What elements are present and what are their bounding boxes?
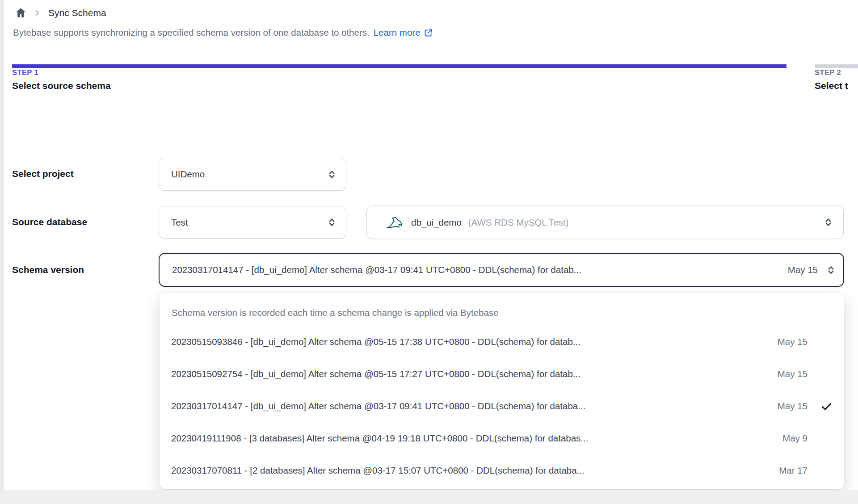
schema-version-option[interactable]: 20230515092754 - [db_ui_demo] Alter sche…: [160, 358, 844, 390]
check-icon: [808, 400, 833, 412]
dropdown-hint: Schema version is recorded each time a s…: [160, 300, 844, 326]
updown-chevron-icon: [826, 265, 836, 275]
schema-version-option[interactable]: 20230419111908 - [3 databases] Alter sch…: [160, 422, 844, 454]
schema-version-option[interactable]: 20230515093846 - [db_ui_demo] Alter sche…: [160, 326, 844, 358]
environment-select-value: Test: [171, 217, 327, 228]
updown-chevron-icon: [327, 169, 337, 180]
option-text: 20230317014147 - [db_ui_demo] Alter sche…: [171, 401, 769, 412]
environment-select[interactable]: Test: [159, 206, 346, 239]
step-1-header: STEP 1 Select source schema: [12, 68, 111, 91]
step-1-title: Select source schema: [12, 80, 111, 91]
select-project-label: Select project: [12, 168, 74, 179]
option-date: May 15: [778, 336, 808, 347]
step-2-label: STEP 2: [815, 68, 848, 77]
option-date: May 9: [782, 433, 808, 444]
external-link-icon: [424, 28, 433, 38]
breadcrumb: Sync Schema: [15, 7, 106, 19]
option-date: May 15: [778, 369, 808, 379]
intro-sentence: Bytebase supports synchronizing a specif…: [13, 27, 370, 38]
project-select-value: UIDemo: [171, 169, 327, 180]
database-select-annotation: (AWS RDS MySQL Test): [468, 217, 569, 228]
intro-text: Bytebase supports synchronizing a specif…: [13, 27, 433, 38]
mysql-dolphin-icon: [386, 215, 403, 230]
home-icon[interactable]: [15, 7, 27, 19]
source-database-label: Source database: [12, 217, 87, 227]
schema-version-select-value: 20230317014147 - [db_ui_demo] Alter sche…: [172, 265, 781, 275]
step-2-header: STEP 2 Select t: [815, 68, 848, 91]
step1-progress-bar: [12, 64, 786, 68]
schema-version-select[interactable]: 20230317014147 - [db_ui_demo] Alter sche…: [159, 253, 844, 287]
page-bottom-background: [0, 490, 858, 504]
learn-more-link[interactable]: Learn more: [374, 27, 433, 38]
database-select-value: db_ui_demo: [411, 217, 462, 228]
option-text: 20230515093846 - [db_ui_demo] Alter sche…: [171, 336, 769, 347]
left-edge-divider: [0, 0, 4, 504]
option-date: Mar 17: [779, 465, 808, 476]
option-text: 20230515092754 - [db_ui_demo] Alter sche…: [171, 369, 769, 379]
database-select[interactable]: db_ui_demo (AWS RDS MySQL Test): [366, 206, 844, 239]
schema-version-option-selected[interactable]: 20230317014147 - [db_ui_demo] Alter sche…: [160, 390, 844, 422]
schema-version-select-date: May 15: [788, 265, 818, 275]
schema-version-label: Schema version: [12, 265, 84, 275]
option-text: 20230317070811 - [2 databases] Alter sch…: [171, 465, 770, 476]
page-title: Sync Schema: [48, 8, 106, 18]
updown-chevron-icon: [327, 217, 337, 227]
schema-version-option[interactable]: 20230317070811 - [2 databases] Alter sch…: [160, 454, 844, 487]
updown-chevron-icon: [823, 217, 833, 227]
learn-more-label: Learn more: [374, 27, 421, 38]
step-2-title: Select t: [815, 80, 848, 91]
option-text: 20230419111908 - [3 databases] Alter sch…: [171, 433, 774, 444]
step-1-label: STEP 1: [12, 68, 111, 77]
chevron-right-icon: [34, 9, 42, 17]
schema-version-dropdown: Schema version is recorded each time a s…: [160, 293, 844, 489]
option-date: May 15: [778, 401, 808, 412]
step2-progress-bar: [815, 64, 858, 68]
project-select[interactable]: UIDemo: [159, 158, 346, 191]
